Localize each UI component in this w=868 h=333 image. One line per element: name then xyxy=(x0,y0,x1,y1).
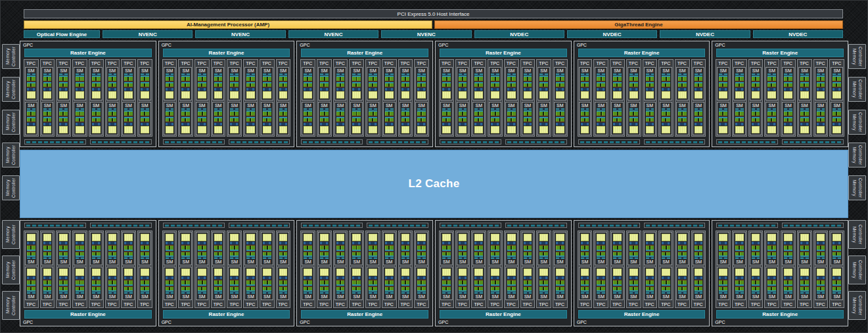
sm-green-block xyxy=(417,252,426,257)
sm: SM xyxy=(595,102,607,135)
sm-green-block xyxy=(695,82,703,88)
tpc-label: TPC xyxy=(139,60,151,66)
gpc-crossbar-line xyxy=(784,141,842,143)
sm-yellow-block xyxy=(279,269,288,276)
sm-navy-bar xyxy=(76,242,84,244)
sm-body xyxy=(459,74,467,99)
sm-green-block xyxy=(369,286,377,292)
sm-body xyxy=(369,269,377,294)
sm-yellow-block xyxy=(581,126,589,133)
sm-body xyxy=(817,234,825,259)
sm-green-block xyxy=(181,82,190,88)
sm: SM xyxy=(196,67,208,100)
sm-yellow-block xyxy=(214,126,223,133)
sm-navy-bar xyxy=(214,123,223,125)
gpc-crossbar xyxy=(367,139,428,144)
sm-label: SM xyxy=(42,294,53,300)
sm-yellow-block xyxy=(76,91,84,99)
gpc-crossbar-line xyxy=(580,225,638,227)
sm-navy-bar xyxy=(524,277,532,279)
sm-navy-bar xyxy=(629,277,638,279)
sm-green-block-bottom-line xyxy=(474,87,483,87)
sm-body xyxy=(214,269,223,294)
sm-body xyxy=(735,74,744,99)
sm-green-block-top-strip xyxy=(581,250,589,251)
sm-teal-strip xyxy=(767,74,776,75)
sm-yellow-block xyxy=(230,91,239,99)
sm-green-block-top-strip xyxy=(767,255,776,257)
sm-green-block-bottom-line xyxy=(369,81,377,81)
sm: SM xyxy=(693,67,705,100)
sm-green-block-bottom-line xyxy=(401,122,410,122)
raster-engine-bar: Raster Engine xyxy=(301,49,428,57)
sm-navy-bar xyxy=(214,242,223,244)
l2-cache-label: L2 Cache xyxy=(409,177,460,190)
sm-navy-bar xyxy=(613,88,622,91)
tpc-label: TPC xyxy=(90,301,103,307)
sm-green-block-bottom-line xyxy=(539,116,548,116)
sm-label: SM xyxy=(645,102,656,108)
sm-green-block-bottom-line xyxy=(108,116,117,116)
sm: SM xyxy=(579,67,591,100)
sm-body xyxy=(166,108,174,133)
sm-green-block-bottom-line xyxy=(304,81,312,81)
gpc-crossbar-row xyxy=(301,223,428,228)
tpc-row: TPCSMSMTPCSMSMTPCSMSMTPCSMSMTPCSMSMTPCSM… xyxy=(574,229,710,310)
sm-green-block-top-strip xyxy=(833,284,841,286)
sm-yellow-block xyxy=(491,234,499,241)
sm-green-block-bottom-line xyxy=(507,122,516,122)
tpc: TPCSMSM xyxy=(691,59,706,137)
sm-body xyxy=(459,234,467,259)
sm-yellow-block xyxy=(369,126,377,133)
sm-body xyxy=(124,74,133,99)
tpc-label: TPC xyxy=(196,60,208,66)
sm-green-block-bottom-line xyxy=(735,81,744,81)
sm-body xyxy=(629,269,638,294)
sm-green-block xyxy=(401,76,410,81)
sm-green-block xyxy=(166,117,174,123)
sm-green-block-bottom-line xyxy=(43,87,52,87)
sm-label: SM xyxy=(718,294,729,300)
sm-yellow-block xyxy=(539,234,548,241)
sm-teal-strip xyxy=(491,108,499,110)
sm-green-block-top-strip xyxy=(784,250,792,251)
sm-green-block xyxy=(352,245,361,251)
tpc-label: TPC xyxy=(139,301,151,307)
sm-navy-bar xyxy=(629,88,638,91)
sm-green-block-top-strip xyxy=(767,250,776,251)
sm-body xyxy=(141,234,149,259)
sm: SM xyxy=(244,267,257,300)
sm-green-block xyxy=(141,82,149,88)
sm-green-block-top-strip xyxy=(214,250,223,251)
sm-body xyxy=(27,234,35,259)
sm-body xyxy=(124,269,133,294)
gpc-crossbar-line xyxy=(92,225,150,227)
sm-navy-bar xyxy=(198,277,206,279)
sm-green-block-top-strip xyxy=(401,250,410,251)
memory-controller: Memory Controller xyxy=(848,255,866,284)
sm: SM xyxy=(228,232,240,265)
sm-green-block xyxy=(491,76,499,81)
sm-green-block xyxy=(662,82,670,88)
sm-yellow-block xyxy=(336,269,345,276)
memory-controller-label: Memory Controller xyxy=(851,176,863,200)
sm-green-block xyxy=(92,110,101,116)
sm-green-block xyxy=(43,82,52,88)
sm-teal-strip xyxy=(662,108,670,110)
gpc-label: GPC xyxy=(20,41,156,49)
tpc: TPCSMSM xyxy=(455,231,470,308)
sm: SM xyxy=(750,232,762,265)
tpc: TPCSMSM xyxy=(211,59,226,137)
sm-label: SM xyxy=(196,259,208,265)
gpc-crossbar xyxy=(782,139,844,144)
sm: SM xyxy=(611,102,624,135)
sm-green-block xyxy=(613,280,622,286)
sm-label: SM xyxy=(302,294,313,300)
sm-yellow-block xyxy=(678,91,687,99)
raster-engine-bar: Raster Engine xyxy=(440,310,567,319)
sm-green-block-bottom-line xyxy=(401,87,410,87)
sm-green-block-bottom-line xyxy=(507,81,516,81)
sm: SM xyxy=(179,102,192,135)
sm-body xyxy=(385,234,394,259)
sm-green-block-bottom-line xyxy=(735,122,744,122)
